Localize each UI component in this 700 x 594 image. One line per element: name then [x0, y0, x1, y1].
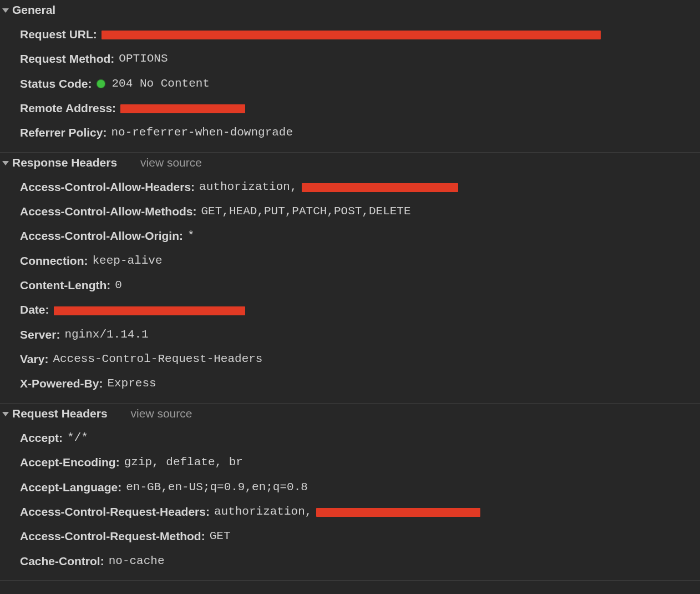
value-ac-allow-headers-prefix: authorization,: [199, 179, 297, 195]
row-content-length: Content-Length 0: [20, 273, 700, 298]
section-response-headers: Response Headers view source Access-Cont…: [0, 153, 700, 404]
row-remote-address: Remote Address: [20, 96, 700, 120]
label-status-code: Status Code: [20, 76, 92, 92]
row-ac-allow-headers: Access-Control-Allow-Headers authorizati…: [20, 175, 700, 199]
section-request-headers: Request Headers view source Accept */* A…: [0, 404, 700, 581]
value-cache-control: no-cache: [109, 553, 165, 569]
label-cache-control: Cache-Control: [20, 553, 104, 569]
status-indicator: [97, 76, 108, 92]
value-connection: keep-alive: [93, 253, 163, 269]
row-ac-request-method: Access-Control-Request-Method GET: [20, 524, 700, 548]
label-ac-allow-headers: Access-Control-Allow-Headers: [20, 179, 195, 195]
label-request-method: Request Method: [20, 51, 114, 67]
section-header-response[interactable]: Response Headers view source: [0, 153, 700, 173]
value-status-code: 204 No Content: [112, 76, 210, 92]
row-request-url: Request URL: [20, 22, 700, 47]
row-ac-request-headers: Access-Control-Request-Headers authoriza…: [20, 500, 700, 524]
row-x-powered-by: X-Powered-By Express: [20, 371, 700, 396]
row-vary: Vary Access-Control-Request-Headers: [20, 347, 700, 371]
value-ac-allow-origin: *: [187, 228, 195, 244]
row-cache-control: Cache-Control no-cache: [20, 549, 700, 573]
label-accept: Accept: [20, 430, 63, 446]
response-rows: Access-Control-Allow-Headers authorizati…: [0, 173, 700, 397]
row-accept-encoding: Accept-Encoding gzip, deflate, br: [20, 450, 700, 475]
redacted-date: [54, 306, 245, 315]
chevron-down-icon: [2, 412, 9, 416]
value-content-length: 0: [115, 278, 122, 293]
redacted-remote-address: [120, 104, 245, 113]
label-connection: Connection: [20, 253, 88, 269]
row-referrer-policy: Referrer Policy no-referrer-when-downgra…: [20, 120, 700, 145]
chevron-down-icon: [2, 161, 9, 165]
label-accept-language: Accept-Language: [20, 480, 121, 495]
value-vary: Access-Control-Request-Headers: [53, 351, 262, 367]
label-content-length: Content-Length: [20, 278, 110, 293]
row-request-method: Request Method OPTIONS: [20, 47, 700, 71]
section-general: General Request URL Request Method OPTIO…: [0, 0, 700, 153]
label-ac-request-method: Access-Control-Request-Method: [20, 528, 205, 544]
section-title: Request Headers: [12, 407, 108, 420]
view-source-link[interactable]: view source: [140, 156, 202, 169]
row-ac-allow-methods: Access-Control-Allow-Methods GET,HEAD,PU…: [20, 199, 700, 224]
chevron-down-icon: [2, 8, 9, 13]
label-vary: Vary: [20, 351, 48, 367]
row-server: Server nginx/1.14.1: [20, 323, 700, 347]
view-source-link[interactable]: view source: [131, 407, 192, 420]
status-dot-icon: [97, 79, 105, 88]
row-accept-language: Accept-Language en-GB,en-US;q=0.9,en;q=0…: [20, 475, 700, 500]
section-header-request[interactable]: Request Headers view source: [0, 404, 700, 424]
redacted-request-url: [102, 31, 601, 39]
value-accept: */*: [67, 430, 88, 446]
general-rows: Request URL Request Method OPTIONS Statu…: [0, 20, 700, 147]
section-header-general[interactable]: General: [0, 0, 700, 20]
row-connection: Connection keep-alive: [20, 249, 700, 273]
label-accept-encoding: Accept-Encoding: [20, 455, 120, 470]
label-x-powered-by: X-Powered-By: [20, 376, 103, 391]
row-accept: Accept */*: [20, 426, 700, 450]
label-ac-request-headers: Access-Control-Request-Headers: [20, 504, 210, 520]
value-ac-allow-methods: GET,HEAD,PUT,PATCH,POST,DELETE: [201, 204, 411, 219]
request-rows: Accept */* Accept-Encoding gzip, deflate…: [0, 424, 700, 575]
label-referrer-policy: Referrer Policy: [20, 125, 106, 140]
row-status-code: Status Code 204 No Content: [20, 72, 700, 96]
redacted-ac-request-headers: [316, 508, 480, 517]
row-ac-allow-origin: Access-Control-Allow-Origin *: [20, 224, 700, 248]
redacted-ac-allow-headers: [302, 183, 458, 192]
section-title: Response Headers: [12, 156, 117, 169]
row-date: Date: [20, 298, 700, 322]
label-request-url: Request URL: [20, 27, 97, 42]
label-ac-allow-origin: Access-Control-Allow-Origin: [20, 228, 183, 244]
label-ac-allow-methods: Access-Control-Allow-Methods: [20, 204, 197, 219]
value-server: nginx/1.14.1: [64, 327, 148, 343]
value-x-powered-by: Express: [107, 376, 156, 391]
label-remote-address: Remote Address: [20, 100, 116, 116]
value-request-method: OPTIONS: [119, 51, 168, 67]
label-server: Server: [20, 327, 60, 343]
value-ac-request-method: GET: [210, 528, 231, 544]
value-ac-request-headers-prefix: authorization,: [214, 504, 312, 520]
value-accept-encoding: gzip, deflate, br: [124, 455, 243, 470]
value-accept-language: en-GB,en-US;q=0.9,en;q=0.8: [126, 480, 308, 495]
section-title: General: [12, 3, 55, 17]
label-date: Date: [20, 302, 49, 318]
value-referrer-policy: no-referrer-when-downgrade: [111, 125, 293, 140]
